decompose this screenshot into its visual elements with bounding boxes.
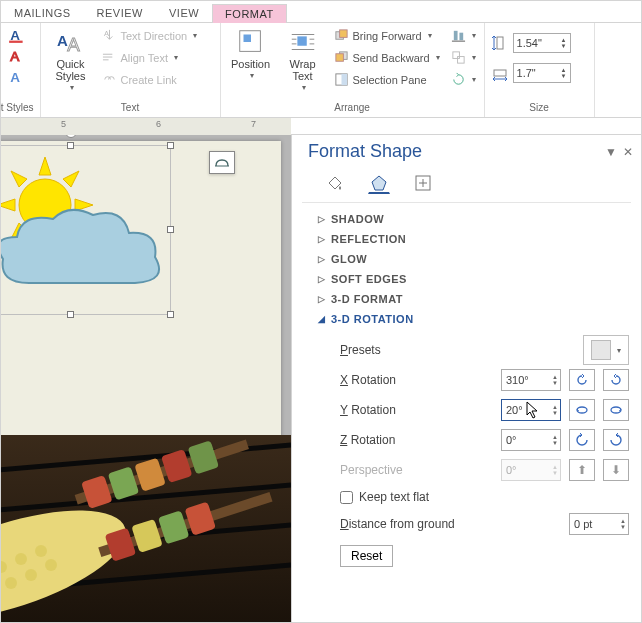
x-rotation-label: X Rotation <box>340 373 493 387</box>
z-rotate-ccw-button[interactable] <box>569 429 595 451</box>
align-text-button[interactable]: Align Text▾ <box>99 47 201 68</box>
x-rotate-right-button[interactable] <box>603 369 629 391</box>
tab-mailings[interactable]: MAILINGS <box>1 3 84 22</box>
resize-handle[interactable] <box>167 142 174 149</box>
wrap-text-icon <box>288 27 318 57</box>
document-canvas[interactable]: r al 00 <box>1 135 291 622</box>
height-input[interactable]: 1.54"▲▼ <box>513 33 571 53</box>
spinner-down-icon[interactable]: ▼ <box>620 524 626 530</box>
spinner-down-icon[interactable]: ▼ <box>552 440 558 446</box>
presets-label: PPresetsresets <box>340 343 575 357</box>
z-rotation-label: Z Rotation <box>340 433 493 447</box>
selection-box[interactable] <box>1 145 171 315</box>
svg-rect-18 <box>341 74 347 85</box>
resize-handle[interactable] <box>67 311 74 318</box>
svg-text:A: A <box>56 32 67 49</box>
quick-styles-button[interactable]: AA Quick Styles ▾ <box>47 25 95 94</box>
create-link-button[interactable]: Create Link <box>99 69 201 90</box>
tab-view[interactable]: VIEW <box>156 3 212 22</box>
presets-dropdown[interactable]: ▾ <box>583 335 629 365</box>
section-soft-edges[interactable]: ▷SOFT EDGES <box>308 269 641 289</box>
svg-rect-1 <box>9 41 23 43</box>
svg-text:A: A <box>103 29 108 38</box>
perspective-input: 0°▲▼ <box>501 459 561 481</box>
svg-text:A: A <box>10 49 19 64</box>
pane-close-button[interactable]: ✕ <box>623 145 633 159</box>
ruler: 5 6 7 <box>1 118 641 135</box>
section-label: GLOW <box>331 253 367 265</box>
x-rotate-left-button[interactable] <box>569 369 595 391</box>
layout-options-icon <box>214 154 230 168</box>
paint-bucket-icon <box>325 173 345 193</box>
effects-tab[interactable] <box>368 172 390 194</box>
svg-rect-19 <box>453 31 457 40</box>
y-rotate-right-button[interactable] <box>603 399 629 421</box>
spinner-down-icon[interactable]: ▼ <box>561 43 567 49</box>
section-glow[interactable]: ▷GLOW <box>308 249 641 269</box>
resize-handle[interactable] <box>167 311 174 318</box>
svg-rect-22 <box>452 52 459 59</box>
section-label: REFLECTION <box>331 233 406 245</box>
tab-format[interactable]: FORMAT <box>212 4 287 23</box>
size-properties-tab[interactable] <box>412 172 434 194</box>
resize-handle[interactable] <box>167 226 174 233</box>
spinner-down-icon[interactable]: ▼ <box>561 73 567 79</box>
spinner-down-icon[interactable]: ▼ <box>552 380 558 386</box>
position-button[interactable]: Position▾ <box>227 25 275 82</box>
reset-button[interactable]: Reset <box>340 545 393 567</box>
rotate-objects-button[interactable]: ▾ <box>449 69 478 90</box>
text-fill-button[interactable]: A <box>7 25 27 45</box>
width-icon <box>491 64 509 82</box>
tab-review[interactable]: REVIEW <box>84 3 156 22</box>
svg-rect-11 <box>243 35 251 43</box>
section-reflection[interactable]: ▷REFLECTION <box>308 229 641 249</box>
selection-pane-label: Selection Pane <box>353 74 427 86</box>
selection-pane-icon <box>334 72 349 87</box>
z-rotate-cw-button[interactable] <box>603 429 629 451</box>
y-rotation-input[interactable]: 20°▲▼ <box>501 399 561 421</box>
spinner-down-icon[interactable]: ▼ <box>552 410 558 416</box>
send-backward-button[interactable]: Send Backward▾ <box>331 47 443 68</box>
quick-styles-icon: AA <box>56 27 86 57</box>
ruler-tick: 6 <box>156 119 161 129</box>
z-rotation-input[interactable]: 0°▲▼ <box>501 429 561 451</box>
distance-input[interactable]: 0 pt▲▼ <box>569 513 629 535</box>
section-shadow[interactable]: ▷SHADOW <box>308 209 641 229</box>
send-backward-label: Send Backward <box>353 52 430 64</box>
perspective-label: Perspective <box>340 463 493 477</box>
text-outline-button[interactable]: A <box>7 46 27 66</box>
layout-options-button[interactable] <box>209 151 235 174</box>
section-3d-format[interactable]: ▷3-D FORMAT <box>308 289 641 309</box>
svg-rect-16 <box>335 54 343 62</box>
selection-pane-button[interactable]: Selection Pane <box>331 69 443 90</box>
svg-rect-7 <box>102 54 111 55</box>
text-effects-button[interactable]: A <box>7 67 27 87</box>
group-objects-button[interactable]: ▾ <box>449 47 478 68</box>
bring-forward-button[interactable]: Bring Forward▾ <box>331 25 443 46</box>
position-label: Position <box>231 58 270 70</box>
svg-point-45 <box>15 553 27 565</box>
group-label-size: Size <box>491 101 588 115</box>
x-rotation-input[interactable]: 310°▲▼ <box>501 369 561 391</box>
group-label-wordart: WordArt Styles <box>0 101 34 115</box>
fill-line-tab[interactable] <box>324 172 346 194</box>
svg-rect-14 <box>339 30 347 38</box>
text-direction-button[interactable]: A Text Direction▾ <box>99 25 201 46</box>
section-3d-rotation[interactable]: ◢3-D ROTATION <box>308 309 641 329</box>
bring-forward-label: Bring Forward <box>353 30 422 42</box>
y-rotate-left-button[interactable] <box>569 399 595 421</box>
create-link-label: Create Link <box>121 74 177 86</box>
wrap-text-button[interactable]: Wrap Text▾ <box>279 25 327 94</box>
section-label: SOFT EDGES <box>331 273 407 285</box>
perspective-down-button: ⬇ <box>603 459 629 481</box>
width-input[interactable]: 1.7"▲▼ <box>513 63 571 83</box>
svg-point-51 <box>45 559 57 571</box>
keep-text-flat-checkbox[interactable] <box>340 491 353 504</box>
pane-menu-button[interactable]: ▼ <box>605 145 617 159</box>
bring-forward-icon <box>334 28 349 43</box>
resize-handle[interactable] <box>67 142 74 149</box>
align-objects-button[interactable]: ▾ <box>449 25 478 46</box>
rotate-icon <box>451 72 466 87</box>
height-value: 1.54" <box>517 37 542 49</box>
rotation-handle[interactable] <box>65 135 77 138</box>
